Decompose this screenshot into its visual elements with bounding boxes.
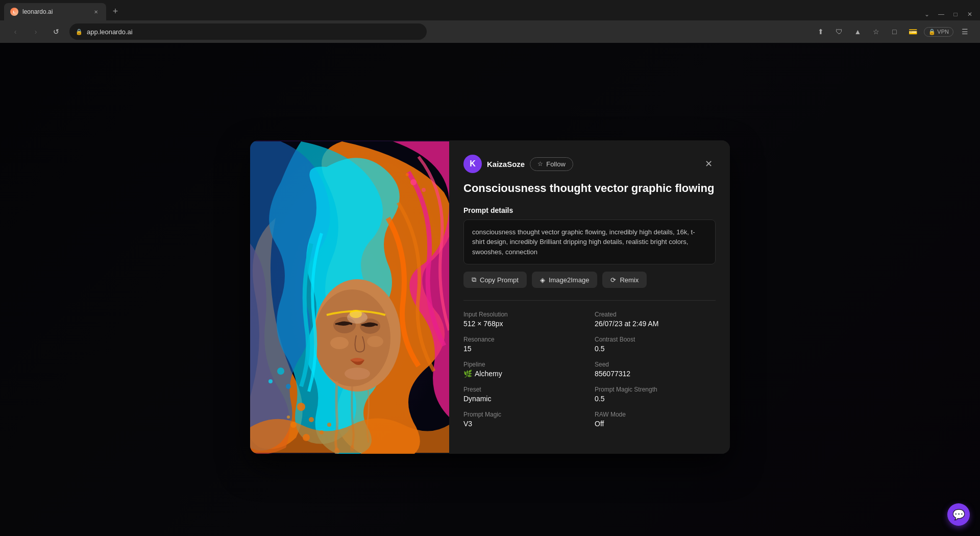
alchemy-icon: 🌿: [463, 370, 472, 378]
input-resolution-item: Input Resolution 512 × 768px: [463, 311, 584, 328]
tab-close-button[interactable]: ✕: [92, 8, 100, 16]
svg-point-19: [347, 311, 368, 324]
modal-header: K KaizaSoze ☆ Follow ✕: [463, 155, 716, 173]
svg-point-15: [268, 379, 273, 383]
meta-grid: Input Resolution 512 × 768px Created 26/…: [463, 311, 716, 428]
input-resolution-value: 512 × 768px: [463, 320, 584, 328]
browser-actions: ⬆ 🛡 ▲ ☆ □ 💳 🔒 VPN ☰: [814, 25, 972, 39]
tab-favicon-letter: L: [13, 10, 16, 14]
tab-controls-right: ⌄ — □ ✕: [921, 8, 980, 20]
created-label: Created: [595, 311, 716, 318]
raw-mode-value: Off: [595, 420, 716, 428]
resonance-item: Resonance 15: [463, 336, 584, 353]
pipeline-item: Pipeline 🌿 Alchemy: [463, 361, 584, 378]
preset-value: Dynamic: [463, 395, 584, 403]
user-info: K KaizaSoze ☆ Follow: [463, 155, 573, 173]
lock-icon: 🔒: [76, 29, 83, 35]
preset-label: Preset: [463, 386, 584, 393]
maximize-button[interactable]: □: [949, 8, 962, 20]
contrast-boost-value: 0.5: [595, 345, 716, 353]
tab-favicon: L: [10, 8, 18, 16]
modal-overlay: ❮: [0, 43, 980, 536]
action-buttons: ⧉ Copy Prompt ◈ Image2Image ⟳ Remix: [463, 272, 716, 288]
artwork-image: [250, 140, 449, 454]
remix-button[interactable]: ⟳ Remix: [602, 272, 647, 288]
wallet-button[interactable]: 💳: [905, 25, 920, 39]
url-text: app.leonardo.ai: [87, 28, 133, 36]
tab-title: leonardo.ai: [22, 8, 88, 15]
pipeline-value: 🌿 Alchemy: [463, 370, 584, 378]
share-button[interactable]: ⬆: [814, 25, 828, 39]
svg-point-23: [422, 188, 426, 192]
contrast-boost-item: Contrast Boost 0.5: [595, 336, 716, 353]
seed-value: 856077312: [595, 370, 716, 378]
svg-point-7: [297, 403, 305, 411]
svg-point-5: [345, 368, 370, 380]
menu-button[interactable]: ☰: [958, 25, 972, 39]
created-value: 26/07/23 at 2:49 AM: [595, 320, 716, 328]
image2image-icon: ◈: [540, 276, 545, 284]
seed-item: Seed 856077312: [595, 361, 716, 378]
star-icon: ☆: [537, 160, 543, 167]
remix-icon: ⟳: [610, 276, 616, 284]
prompt-magic-label: Prompt Magic: [463, 411, 584, 418]
window-close-button[interactable]: ✕: [964, 8, 976, 20]
prompt-magic-value: V3: [463, 420, 584, 428]
prompt-magic-strength-item: Prompt Magic Strength 0.5: [595, 386, 716, 403]
svg-point-14: [277, 368, 284, 375]
copy-prompt-button[interactable]: ⧉ Copy Prompt: [463, 272, 527, 288]
refresh-button[interactable]: ↺: [49, 25, 63, 39]
chat-widget-button[interactable]: 💬: [947, 503, 970, 526]
svg-point-13: [327, 423, 331, 427]
seed-label: Seed: [595, 361, 716, 368]
address-bar: ‹ › ↺ 🔒 app.leonardo.ai ⬆ 🛡 ▲ ☆ □ 💳 🔒 VP…: [0, 20, 980, 43]
tab-list-button[interactable]: ⌄: [921, 8, 933, 20]
prompt-magic-strength-label: Prompt Magic Strength: [595, 386, 716, 393]
url-bar[interactable]: 🔒 app.leonardo.ai: [69, 23, 427, 40]
created-item: Created 26/07/23 at 2:49 AM: [595, 311, 716, 328]
follow-button[interactable]: ☆ Follow: [530, 157, 573, 171]
prompt-text-box: consciousness thought vector graphic flo…: [463, 220, 716, 265]
modal-details-side: K KaizaSoze ☆ Follow ✕ Consciousness tho…: [449, 140, 730, 454]
browser-chrome: L leonardo.ai ✕ + ⌄ — □ ✕ ‹ › ↺ 🔒 app.le…: [0, 0, 980, 43]
input-resolution-label: Input Resolution: [463, 311, 584, 318]
prompt-magic-strength-value: 0.5: [595, 395, 716, 403]
vpn-badge[interactable]: 🔒 VPN: [924, 27, 953, 37]
user-avatar: K: [463, 155, 482, 173]
artwork-svg: [250, 140, 449, 454]
minimize-button[interactable]: —: [935, 8, 947, 20]
bookmark-button[interactable]: ☆: [869, 25, 883, 39]
main-content: ❮: [0, 43, 980, 536]
copy-icon: ⧉: [472, 276, 476, 284]
shields-button[interactable]: 🛡: [832, 25, 846, 39]
back-button[interactable]: ‹: [8, 25, 22, 39]
raw-mode-item: RAW Mode Off: [595, 411, 716, 428]
svg-point-22: [410, 179, 416, 185]
prompt-magic-item: Prompt Magic V3: [463, 411, 584, 428]
pipeline-label: Pipeline: [463, 361, 584, 368]
modal-image-side: [250, 140, 449, 454]
close-button[interactable]: ✕: [701, 157, 716, 171]
svg-point-12: [287, 416, 290, 419]
rewards-button[interactable]: ▲: [850, 25, 865, 39]
forward-button[interactable]: ›: [29, 25, 43, 39]
svg-point-24: [406, 173, 409, 176]
svg-point-8: [309, 417, 314, 422]
image2image-button[interactable]: ◈ Image2Image: [532, 272, 598, 288]
svg-point-16: [286, 384, 291, 389]
modal-title: Consciousness thought vector graphic flo…: [463, 181, 716, 196]
raw-mode-label: RAW Mode: [595, 411, 716, 418]
profile-button[interactable]: □: [887, 25, 901, 39]
svg-point-20: [330, 337, 349, 349]
browser-tab[interactable]: L leonardo.ai ✕: [4, 3, 106, 20]
divider: [463, 300, 716, 301]
tab-bar: L leonardo.ai ✕ + ⌄ — □ ✕: [0, 0, 980, 20]
resonance-label: Resonance: [463, 336, 584, 343]
chat-icon: 💬: [952, 508, 965, 521]
preset-item: Preset Dynamic: [463, 386, 584, 403]
contrast-boost-label: Contrast Boost: [595, 336, 716, 343]
new-tab-button[interactable]: +: [108, 4, 122, 18]
svg-point-21: [367, 336, 383, 347]
prompt-section-label: Prompt details: [463, 206, 716, 214]
image-detail-modal: K KaizaSoze ☆ Follow ✕ Consciousness tho…: [250, 140, 730, 454]
